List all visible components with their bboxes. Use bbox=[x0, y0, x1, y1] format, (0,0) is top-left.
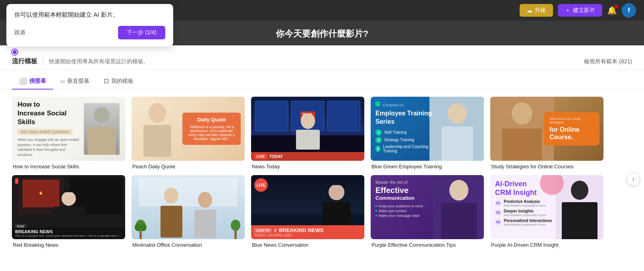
template-card[interactable]: How toIncrease SocialSkills Ask Open-end… bbox=[12, 97, 125, 170]
red-anchor-person bbox=[45, 192, 93, 228]
upgrade-button[interactable]: ☁ 升級 bbox=[520, 4, 553, 17]
template-card[interactable]: LIVE 🔥 bbox=[12, 175, 125, 248]
tab-landscape[interactable]: ⬜ 橫螢幕 bbox=[12, 74, 53, 90]
template-thumb-red-breaking: LIVE 🔥 bbox=[12, 175, 125, 239]
training-item-3: 3 Leadership and Coaching Training bbox=[375, 144, 433, 153]
template-card[interactable]: AI-Driven CRM Insight 01 Predictive Anal… bbox=[490, 175, 603, 248]
ai-item-2: 02 Deeper Insights Add detailed explanat… bbox=[495, 209, 557, 217]
template-name-peach-daily: Peach Daily Quote bbox=[132, 164, 245, 170]
svg-rect-5 bbox=[296, 130, 320, 150]
template-card[interactable]: Daily Quote "Wellness is a journey, not … bbox=[132, 97, 245, 170]
purple-comm-card: Master the Art of Effective Communicatio… bbox=[371, 175, 484, 239]
svg-rect-31 bbox=[441, 203, 477, 239]
ai-crm-text: AI-Driven CRM Insight 01 Predictive Anal… bbox=[495, 180, 557, 226]
svg-rect-24 bbox=[161, 206, 182, 238]
svg-rect-8 bbox=[441, 127, 473, 161]
template-name-purple-comm: Purple Effective Communication Tips bbox=[371, 242, 484, 248]
ai-item-3: 03 Personalized Interactions Add detaile… bbox=[495, 218, 557, 226]
notification-bell[interactable]: 🔔 bbox=[607, 6, 617, 15]
skip-button[interactable]: 跳過 bbox=[14, 29, 25, 36]
create-video-button[interactable]: ＋ 建立影片 bbox=[558, 4, 602, 17]
employee-training-card: Company Inc. Employee Training Series 1 … bbox=[371, 97, 484, 161]
template-thumb-blue-news: LIVE LIVE TV // BREAKING NEWS bbox=[251, 175, 364, 239]
template-card[interactable]: NEWSTODAY LIVE TODAY bbox=[251, 97, 364, 170]
template-name-online-course: Study Strategies for Online Courses bbox=[490, 164, 603, 170]
template-thumb-peach-daily: Daily Quote "Wellness is a journey, not … bbox=[132, 97, 245, 161]
avatar[interactable]: f bbox=[622, 3, 636, 18]
svg-rect-28 bbox=[323, 202, 350, 229]
view-all-link[interactable]: 檢視所有範本 (821) bbox=[584, 58, 632, 65]
course-person bbox=[490, 97, 553, 161]
template-card[interactable]: Company Inc. Employee Training Series 1 … bbox=[371, 97, 484, 170]
template-name-office-conv: Minimalist Office Conversation bbox=[132, 242, 245, 248]
svg-point-25 bbox=[198, 192, 212, 208]
template-thumb-ai-crm: AI-Driven CRM Insight 01 Predictive Anal… bbox=[490, 175, 603, 239]
svg-rect-1 bbox=[88, 127, 116, 155]
breaking-ticker: This is a sample text. Insert your desir… bbox=[15, 234, 122, 238]
ai-item-1: 01 Predictive Analysis Add detailed expl… bbox=[495, 199, 557, 207]
purple-comm-person bbox=[433, 175, 484, 239]
comm-subtitle: Master the Art of bbox=[375, 180, 435, 185]
template-card[interactable]: Minimalist Office Conversation bbox=[132, 175, 245, 248]
template-card[interactable]: LIVE LIVE TV // BREAKING NEWS bbox=[251, 175, 364, 248]
templates-section: › How toIncrease SocialSkills Ask Open-e… bbox=[0, 90, 644, 261]
template-name-blue-news: Blue News Conversation bbox=[251, 242, 364, 248]
training-content: Company Inc. Employee Training Series 1 … bbox=[375, 101, 433, 153]
template-name-red-breaking: Red Breaking News bbox=[12, 242, 125, 248]
breaking-title: BREAKING NEWS bbox=[15, 229, 122, 234]
main-content: 流行模板 快速開始使用專為所有場景設計的模板。 檢視所有範本 (821) ⬜ 橫… bbox=[0, 45, 644, 271]
news-screen-3 bbox=[327, 101, 360, 131]
topbar: 你可以使用範本輕鬆開始建立 AI 影片。 跳過 下一步 (1/4) ☁ 升級 ＋… bbox=[0, 0, 644, 21]
templates-row-1: How toIncrease SocialSkills Ask Open-end… bbox=[12, 97, 632, 170]
comm-big1: Effective bbox=[375, 185, 435, 195]
svg-point-23 bbox=[164, 188, 178, 204]
template-card[interactable]: Master the Art of Effective Communicatio… bbox=[371, 175, 484, 248]
topbar-right: ☁ 升級 ＋ 建立影片 🔔 f bbox=[520, 3, 636, 18]
ai-crm-card: AI-Driven CRM Insight 01 Predictive Anal… bbox=[490, 175, 603, 239]
template-thumb-purple-comm: Master the Art of Effective Communicatio… bbox=[371, 175, 484, 239]
comm-text: Master the Art of Effective Communicatio… bbox=[375, 180, 435, 218]
comm-item-1: Keep your audience in mind bbox=[375, 204, 435, 208]
section-desc: 快速開始使用專為所有場景設計的模板。 bbox=[49, 58, 149, 65]
svg-point-27 bbox=[329, 185, 344, 200]
template-card[interactable]: Welcome to our Study Strategies for Onli… bbox=[490, 97, 603, 170]
person-left bbox=[157, 188, 186, 239]
tooltip-actions: 跳過 下一步 (1/4) bbox=[14, 26, 165, 39]
svg-point-4 bbox=[301, 114, 315, 129]
svg-rect-26 bbox=[194, 210, 216, 238]
scroll-right-arrow[interactable]: › bbox=[627, 172, 640, 186]
social-skills-title: How toIncrease SocialSkills bbox=[17, 100, 81, 127]
svg-rect-11 bbox=[502, 129, 542, 161]
blue-anchor-person bbox=[317, 185, 356, 229]
svg-text:🔥: 🔥 bbox=[39, 190, 43, 195]
news-bottom-bar: LIVE TODAY bbox=[251, 152, 364, 161]
template-name-employee-training: Blue Green Employee Training bbox=[371, 164, 484, 170]
tooltip-text: 你可以使用範本輕鬆開始建立 AI 影片。 bbox=[14, 11, 165, 19]
portrait-icon: ▭ bbox=[60, 78, 65, 84]
comm-items: Keep your audience in mind Make eye cont… bbox=[375, 204, 435, 218]
divider bbox=[43, 58, 43, 66]
peach-person bbox=[135, 101, 179, 157]
template-thumb-online-course: Welcome to our Study Strategies for Onli… bbox=[490, 97, 603, 161]
landscape-icon: ⬜ bbox=[19, 77, 27, 85]
template-name-ai-crm: Purple AI-Driven CRM Insight bbox=[490, 242, 603, 248]
training-item-1: 1 Skill Training bbox=[375, 129, 433, 136]
svg-point-30 bbox=[449, 180, 468, 201]
next-button[interactable]: 下一步 (1/4) bbox=[118, 26, 165, 39]
online-course-box: Welcome to our Study Strategies for Onli… bbox=[544, 112, 600, 145]
daily-quote-box: Daily Quote "Wellness is a journey, not … bbox=[182, 113, 241, 145]
svg-rect-3 bbox=[143, 125, 171, 157]
blue-live-badge: LIVE bbox=[254, 178, 268, 192]
tooltip-popup: 你可以使用範本輕鬆開始建立 AI 影片。 跳過 下一步 (1/4) bbox=[6, 4, 173, 47]
svg-point-10 bbox=[512, 102, 532, 125]
tab-portrait[interactable]: ▭ 垂直螢幕 bbox=[53, 74, 97, 90]
section-tag: 流行模板 bbox=[12, 57, 37, 66]
section-header-left: 流行模板 快速開始使用專為所有場景設計的模板。 bbox=[12, 57, 149, 66]
news-live-label: LIVE bbox=[254, 154, 267, 159]
svg-point-33 bbox=[571, 181, 588, 200]
dot-indicator bbox=[12, 49, 17, 55]
template-thumb-social-skills: How toIncrease SocialSkills Ask Open-end… bbox=[12, 97, 125, 161]
social-skills-badge: Ask Open-ended Questions bbox=[17, 129, 73, 135]
tab-my-templates[interactable]: ⊡ 我的模板 bbox=[97, 74, 141, 90]
news-anchor-person bbox=[288, 114, 328, 150]
